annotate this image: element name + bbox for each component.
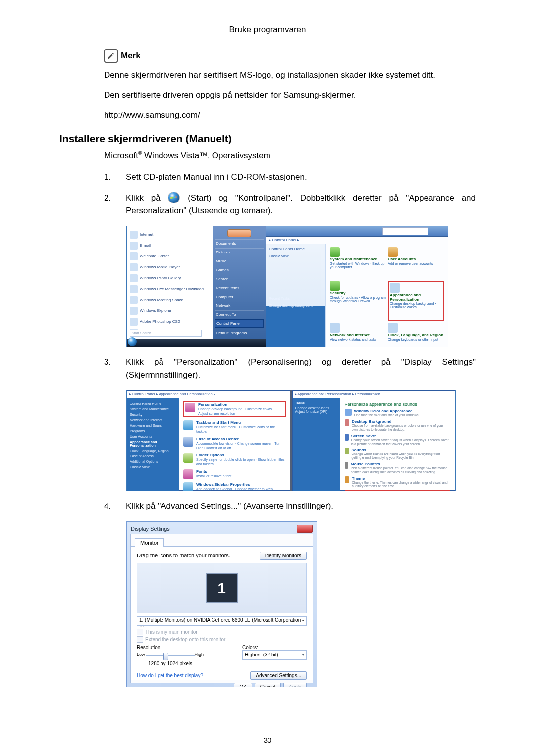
screensaver-icon <box>345 434 349 441</box>
start-item-welcome[interactable]: Welcome Center <box>129 251 211 262</box>
start-documents[interactable]: Documents <box>215 239 264 247</box>
start-search[interactable]: Search <box>215 275 264 283</box>
pp-theme[interactable]: ThemeChange the theme. Themes can change… <box>345 476 450 489</box>
note-url[interactable]: http://www.samsung.com/ <box>104 109 476 122</box>
ap-side-hardware[interactable]: Hardware and Sound <box>130 423 177 428</box>
start-item-photo[interactable]: Windows Photo Gallery <box>129 273 211 284</box>
pp-display-settings[interactable]: Display SettingsAdjust your monitor reso… <box>345 490 450 491</box>
explorer-icon <box>130 307 138 315</box>
cat-users[interactable]: User AccountsAdd or remove user accounts <box>388 247 444 279</box>
start-item-internet[interactable]: Internet <box>129 229 211 240</box>
start-music[interactable]: Music <box>215 257 264 265</box>
start-games[interactable]: Games <box>215 266 264 274</box>
cat-clock[interactable]: Clock, Language, and RegionChange keyboa… <box>388 323 444 347</box>
ap-ease[interactable]: Ease of Access CenterAccommodate low vis… <box>183 437 286 450</box>
cp-classic-view[interactable]: Classic View <box>266 253 325 259</box>
colors-select[interactable]: Highest (32 bit) <box>242 650 307 660</box>
cp-search-box[interactable] <box>382 227 428 235</box>
identify-monitors-button[interactable]: Identify Monitors <box>260 552 307 560</box>
pp-screensaver[interactable]: Screen SaverChange your screen saver or … <box>345 434 450 446</box>
folder-options-icon <box>183 453 193 463</box>
cp-titlebar <box>266 226 448 237</box>
personalization-icon <box>185 403 195 412</box>
header-rule <box>59 38 476 38</box>
start-item-wmp[interactable]: Windows Media Player <box>129 262 211 273</box>
cp-recent-task-1[interactable]: Change desktop background <box>266 302 325 309</box>
ap-taskbar[interactable]: Taskbar and Start MenuCustomize the Star… <box>183 420 286 434</box>
appearance-icon <box>390 283 400 293</box>
monitor-select[interactable]: 1. (Multiple Monitors) on NVIDIA GeForce… <box>137 616 307 626</box>
start-item-photoshop[interactable]: Adobe Photoshop CS2 <box>129 316 211 327</box>
start-recent[interactable]: Recent Items <box>215 284 264 292</box>
start-item-meeting[interactable]: Windows Meeting Space <box>129 295 211 305</box>
pp-desktop-bg[interactable]: Desktop BackgroundChoose from available … <box>345 419 450 432</box>
ap-side-system[interactable]: System and Maintenance <box>130 406 177 412</box>
start-item-messenger[interactable]: Windows Live Messenger Download <box>129 284 211 295</box>
mouse-pointers-icon <box>345 462 349 469</box>
start-computer[interactable]: Computer <box>215 293 264 301</box>
colors-group: Colors: Highest (32 bit) <box>242 645 307 666</box>
cat-security[interactable]: SecurityCheck for updates · Allow a prog… <box>330 281 386 321</box>
ap-side-home[interactable]: Control Panel Home <box>130 401 177 406</box>
pp-address[interactable]: ▸ Appearance and Personalization ▸ Perso… <box>293 391 455 398</box>
ap-side-ease[interactable]: Ease of Access <box>130 454 177 459</box>
cat-appearance[interactable]: Appearance and PersonalizationChange des… <box>388 281 444 321</box>
note-label: Merk <box>121 51 141 61</box>
advanced-settings-button[interactable]: Advanced Settings... <box>250 671 307 680</box>
cat-system[interactable]: System and MaintenanceGet started with W… <box>330 247 386 279</box>
cancel-button[interactable]: Cancel <box>255 683 281 687</box>
resolution-label: Resolution: <box>137 645 204 650</box>
step-1-number: 1. <box>104 171 114 184</box>
start-search-input[interactable]: Start Search <box>130 330 202 337</box>
best-display-link[interactable]: How do I get the best display? <box>137 673 203 678</box>
resolution-slider[interactable]: Low High <box>137 651 204 660</box>
ap-side-classic[interactable]: Classic View <box>130 464 177 470</box>
step-2-number: 2. <box>104 192 114 218</box>
start-button-icon[interactable] <box>128 337 137 346</box>
monitor-1-icon[interactable]: 1 <box>206 573 238 603</box>
ap-side-programs[interactable]: Programs <box>130 428 177 434</box>
pp-window-color[interactable]: Window Color and AppearanceFine tune the… <box>345 409 450 417</box>
ap-sidebar-props[interactable]: Windows Sidebar PropertiesAdd gadgets to… <box>183 482 286 491</box>
start-default-programs[interactable]: Default Programs <box>215 329 264 337</box>
cat-network[interactable]: Network and InternetView network status … <box>330 323 386 347</box>
ds-monitor-tab[interactable]: Monitor <box>135 538 164 547</box>
step-2-text: Klikk på (Start) og "Kontrollpanel". Dob… <box>126 192 476 218</box>
cp-home-link[interactable]: Control Panel Home <box>266 244 325 253</box>
start-pictures[interactable]: Pictures <box>215 248 264 256</box>
ap-side-appearance[interactable]: Appearance and Personalization <box>130 439 177 448</box>
ap-address[interactable]: ▸ Control Panel ▸ Appearance and Persona… <box>127 391 290 398</box>
ap-main: PersonalizationChange desktop background… <box>179 398 290 491</box>
ap-side-clock[interactable]: Clock, Language, Region <box>130 448 177 454</box>
sounds-icon <box>345 448 349 454</box>
slider-thumb[interactable] <box>163 653 168 660</box>
start-connect[interactable]: Connect To <box>215 310 264 318</box>
monitor-arrangement[interactable]: 1 <box>137 563 307 613</box>
pp-task-dpi[interactable]: Adjust font size (DPI) <box>295 410 337 413</box>
ap-personalization[interactable]: PersonalizationChange desktop background… <box>183 401 286 417</box>
start-control-panel[interactable]: Control Panel <box>215 319 264 328</box>
start-network[interactable]: Network <box>215 302 264 309</box>
pp-sounds[interactable]: SoundsChange which sounds are heard when… <box>345 448 450 460</box>
ap-side-security[interactable]: Security <box>130 412 177 417</box>
close-icon[interactable] <box>297 525 313 533</box>
personalization-panel: ▸ Appearance and Personalization ▸ Perso… <box>292 390 456 491</box>
ap-side-additional[interactable]: Additional Options <box>130 459 177 464</box>
step-1-text: Sett CD-platen Manual inn i CD-ROM-stasj… <box>126 171 307 184</box>
cp-address-bar[interactable]: ▸ Control Panel ▸ <box>266 237 448 244</box>
ap-fonts[interactable]: FontsInstall or remove a font <box>183 469 286 479</box>
ok-button[interactable]: OK <box>234 683 252 687</box>
users-icon <box>388 247 398 257</box>
apply-button: Apply <box>283 683 307 687</box>
ap-folder[interactable]: Folder OptionsSpecify single- or double-… <box>183 453 286 466</box>
pp-mouse[interactable]: Mouse PointersPick a different mouse poi… <box>345 462 450 474</box>
step-3-text: Klikk på "Personalization" (Personaliser… <box>126 356 476 382</box>
user-avatar[interactable] <box>227 229 251 237</box>
pp-task-icons[interactable]: Change desktop icons <box>295 406 337 410</box>
start-item-email[interactable]: E-mail <box>129 240 211 251</box>
system-icon <box>330 247 340 257</box>
screenshot-personalization: ▸ Control Panel ▸ Appearance and Persona… <box>126 390 456 491</box>
ap-side-users[interactable]: User Accounts <box>130 434 177 439</box>
start-item-explorer[interactable]: Windows Explorer <box>129 305 211 316</box>
ap-side-network[interactable]: Network and Internet <box>130 417 177 423</box>
